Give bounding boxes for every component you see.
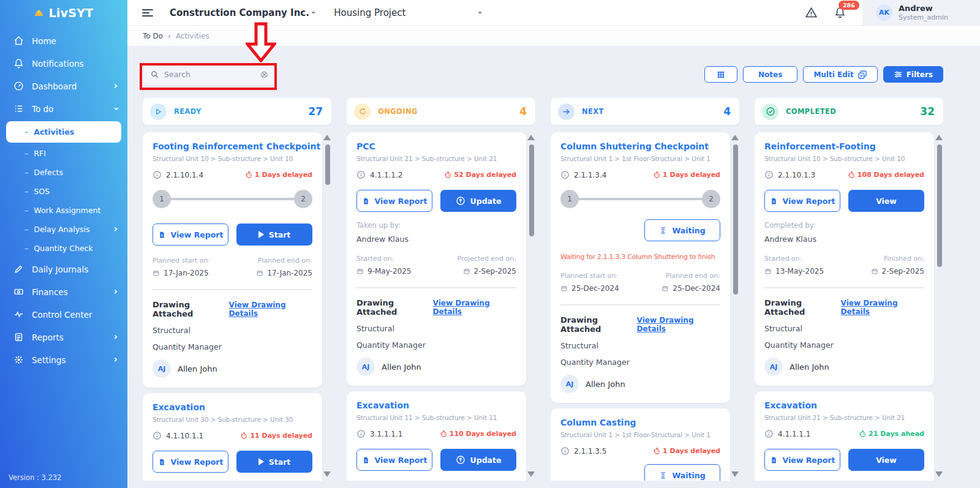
view-button[interactable]: View <box>848 449 924 471</box>
multi-edit-label: Multi Edit <box>813 70 853 79</box>
view-report-button[interactable]: View Report <box>356 190 432 212</box>
company-selector[interactable]: Construction Company Inc. › <box>170 7 315 18</box>
dash-marker: – <box>24 168 28 177</box>
view-report-button[interactable]: View Report <box>153 451 228 473</box>
scrollbar-thumb[interactable] <box>733 145 738 295</box>
scrollbar-thumb[interactable] <box>325 145 330 185</box>
grid-view-button[interactable] <box>704 66 737 83</box>
start-button[interactable]: Start <box>236 451 312 473</box>
main-area: Construction Company Inc. › Housing Proj… <box>127 0 980 488</box>
filters-button[interactable]: Filters <box>883 66 943 83</box>
scroll-up-arrow[interactable] <box>935 135 943 140</box>
play-circle-icon <box>150 103 167 120</box>
activity-code: 2.1.1.3.4 <box>560 170 606 179</box>
info-icon <box>560 170 570 179</box>
refresh-circle-icon <box>354 103 371 120</box>
activity-card[interactable]: Excavation Structural Unit 11 > Sub-stru… <box>347 391 526 481</box>
sidebar-item-dashboard[interactable]: Dashboard › <box>0 75 127 97</box>
sidebar-item-delay-analysis[interactable]: – Delay Analysis › <box>0 220 127 239</box>
sidebar-item-activities[interactable]: – Activities <box>6 121 121 143</box>
user-menu[interactable]: AK Andrew System_admin <box>862 0 980 25</box>
waiting-button[interactable]: Waiting <box>644 464 720 481</box>
sidebar-item-control-center[interactable]: Control Center <box>0 303 127 326</box>
view-report-button[interactable]: View Report <box>764 190 840 212</box>
notes-button[interactable]: Notes <box>743 66 797 83</box>
activity-card[interactable]: Column Shuttering Checkpoint Structural … <box>551 132 730 403</box>
toolbar: ⊗ Notes Multi Edit Filters <box>127 47 980 86</box>
scroll-up-arrow[interactable] <box>527 135 535 140</box>
activity-card[interactable]: Footing Reinforcement Checkpoint Structu… <box>143 132 322 388</box>
scroll-up-arrow[interactable] <box>731 135 739 140</box>
step-1[interactable]: 1 <box>560 190 579 208</box>
info-icon <box>153 170 162 179</box>
activity-card[interactable]: Reinforcement-Footing Structural Unit 10… <box>755 132 934 386</box>
sidebar: LivSYT Home Notifications Dashboard › To… <box>0 0 127 488</box>
column-label: NEXT <box>582 107 604 116</box>
sidebar-item-todo[interactable]: To do › <box>0 97 127 120</box>
scrollbar-thumb[interactable] <box>529 145 534 236</box>
view-drawing-details-link[interactable]: View Drawing Details <box>229 301 312 318</box>
view-button[interactable]: View <box>848 190 924 212</box>
chevron-down-icon: › <box>309 11 318 14</box>
sidebar-item-rfi[interactable]: – RFI <box>0 144 127 163</box>
date-value: 2-Sep-2025 <box>457 267 516 276</box>
waiting-button[interactable]: Waiting <box>644 219 720 241</box>
sidebar-item-defects[interactable]: – Defects <box>0 163 127 182</box>
sidebar-item-home[interactable]: Home <box>0 29 127 52</box>
divider <box>356 287 516 288</box>
activity-card[interactable]: PCC Structural Unit 21 > Sub-structure >… <box>347 132 526 386</box>
view-report-label: View Report <box>171 457 224 467</box>
gauge-icon <box>13 81 24 91</box>
delay-status: 52 Days delayed <box>444 171 516 179</box>
multi-edit-button[interactable]: Multi Edit <box>803 66 877 83</box>
view-report-button[interactable]: View Report <box>153 223 228 246</box>
sidebar-item-finances[interactable]: Finances › <box>0 280 127 303</box>
date-value: 17-Jan-2025 <box>256 269 312 277</box>
activity-card[interactable]: Column Casting Structural Unit 1 > 1st F… <box>551 408 730 481</box>
menu-toggle-icon[interactable] <box>142 7 153 18</box>
sidebar-item-settings[interactable]: Settings › <box>0 348 127 371</box>
view-drawing-details-link[interactable]: View Drawing Details <box>433 299 516 316</box>
sidebar-item-notifications[interactable]: Notifications <box>0 52 127 75</box>
view-report-button[interactable]: View Report <box>764 449 840 471</box>
scroll-up-arrow[interactable] <box>323 135 331 140</box>
column-cards: Footing Reinforcement Checkpoint Structu… <box>143 132 331 481</box>
step-1[interactable]: 1 <box>153 190 171 208</box>
view-drawing-details-link[interactable]: View Drawing Details <box>637 316 720 333</box>
update-button[interactable]: Update <box>440 449 516 471</box>
scroll-down-arrow[interactable] <box>527 471 535 477</box>
project-selector[interactable]: Housing Project › <box>334 7 482 18</box>
search-box[interactable]: ⊗ <box>143 63 275 86</box>
clear-search-icon[interactable]: ⊗ <box>260 70 268 80</box>
view-report-button[interactable]: View Report <box>356 449 432 471</box>
activity-card[interactable]: Excavation Structural Unit 21 > Sub-stru… <box>755 391 934 481</box>
search-input[interactable] <box>164 70 255 79</box>
activity-code: 2.1.1.3.5 <box>560 446 606 456</box>
update-button[interactable]: Update <box>440 190 516 212</box>
dash-marker: – <box>24 127 28 137</box>
step-2[interactable]: 2 <box>702 190 720 208</box>
alerts-button[interactable] <box>805 6 818 19</box>
scrollbar-thumb[interactable] <box>937 145 942 267</box>
sidebar-item-daily-journals[interactable]: Daily Journals <box>0 258 127 280</box>
kanban-board: READY 27 Footing Reinforcement Checkpoin… <box>127 86 980 481</box>
filters-icon <box>894 70 903 79</box>
info-icon <box>764 429 774 438</box>
bell-icon <box>13 58 24 69</box>
view-label: View <box>876 456 897 465</box>
view-drawing-details-link[interactable]: View Drawing Details <box>841 299 924 316</box>
sidebar-item-reports[interactable]: Reports › <box>0 326 127 348</box>
sidebar-item-sos[interactable]: – SOS <box>0 182 127 201</box>
user-avatar: AK <box>876 4 892 21</box>
drawing-attached-label: Drawing Attached <box>356 298 433 317</box>
start-button[interactable]: Start <box>236 223 312 246</box>
activity-card[interactable]: Excavation Structural Unit 30 > Sub-stru… <box>143 393 322 481</box>
scroll-down-arrow[interactable] <box>731 471 739 477</box>
sidebar-item-quantity-check[interactable]: – Quantity Check <box>0 239 127 258</box>
scroll-down-arrow[interactable] <box>935 471 943 477</box>
step-2[interactable]: 2 <box>294 190 312 208</box>
sidebar-item-work-assignment[interactable]: – Work Assignment <box>0 201 127 220</box>
breadcrumb-parent[interactable]: To Do <box>143 32 163 40</box>
scroll-down-arrow[interactable] <box>323 471 331 477</box>
notifications-button[interactable]: 286 <box>834 6 846 19</box>
